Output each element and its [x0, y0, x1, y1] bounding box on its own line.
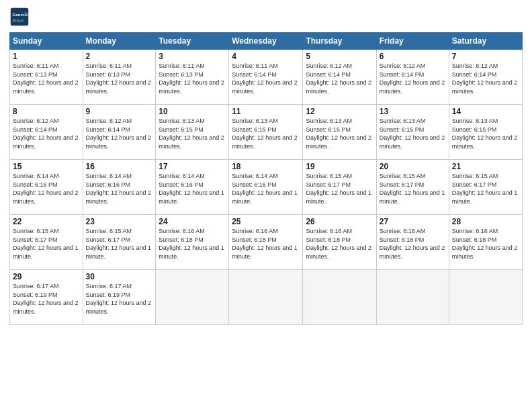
empty-cell — [303, 270, 376, 325]
calendar-week-row: 1 Sunrise: 6:11 AMSunset: 6:13 PMDayligh… — [10, 50, 523, 105]
header: General Blue — [9, 7, 523, 27]
cell-info: Sunrise: 6:12 AMSunset: 6:14 PMDaylight:… — [306, 62, 371, 95]
day-number: 19 — [306, 162, 373, 171]
cell-info: Sunrise: 6:12 AMSunset: 6:14 PMDaylight:… — [86, 118, 152, 150]
cell-info: Sunrise: 6:14 AMSunset: 6:16 PMDaylight:… — [159, 173, 224, 205]
cell-info: Sunrise: 6:14 AMSunset: 6:16 PMDaylight:… — [86, 173, 152, 205]
col-thursday: Thursday — [303, 33, 376, 50]
calendar-header-row: Sunday Monday Tuesday Wednesday Thursday… — [10, 33, 523, 50]
calendar-week-row: 29 Sunrise: 6:17 AMSunset: 6:19 PMDaylig… — [10, 270, 523, 325]
table-row: 24 Sunrise: 6:16 AMSunset: 6:18 PMDaylig… — [156, 215, 229, 270]
cell-info: Sunrise: 6:14 AMSunset: 6:16 PMDaylight:… — [232, 173, 298, 205]
col-saturday: Saturday — [449, 33, 522, 50]
day-number: 21 — [452, 162, 519, 171]
cell-info: Sunrise: 6:15 AMSunset: 6:17 PMDaylight:… — [86, 228, 152, 260]
cell-info: Sunrise: 6:15 AMSunset: 6:17 PMDaylight:… — [13, 228, 79, 260]
logo: General Blue — [9, 7, 30, 27]
calendar-week-row: 15 Sunrise: 6:14 AMSunset: 6:16 PMDaylig… — [10, 160, 523, 215]
col-sunday: Sunday — [10, 33, 83, 50]
cell-info: Sunrise: 6:14 AMSunset: 6:16 PMDaylight:… — [13, 173, 79, 205]
day-number: 11 — [232, 107, 300, 116]
table-row: 5 Sunrise: 6:12 AMSunset: 6:14 PMDayligh… — [303, 50, 376, 105]
day-number: 16 — [86, 162, 153, 171]
table-row: 13 Sunrise: 6:13 AMSunset: 6:15 PMDaylig… — [376, 105, 449, 160]
day-number: 7 — [452, 52, 519, 61]
table-row: 19 Sunrise: 6:15 AMSunset: 6:17 PMDaylig… — [303, 160, 376, 215]
calendar-week-row: 22 Sunrise: 6:15 AMSunset: 6:17 PMDaylig… — [10, 215, 523, 270]
cell-info: Sunrise: 6:16 AMSunset: 6:18 PMDaylight:… — [452, 228, 518, 260]
cell-info: Sunrise: 6:13 AMSunset: 6:15 PMDaylight:… — [452, 118, 518, 150]
table-row: 23 Sunrise: 6:15 AMSunset: 6:17 PMDaylig… — [83, 215, 156, 270]
table-row: 8 Sunrise: 6:12 AMSunset: 6:14 PMDayligh… — [10, 105, 83, 160]
table-row: 6 Sunrise: 6:12 AMSunset: 6:14 PMDayligh… — [376, 50, 449, 105]
col-tuesday: Tuesday — [156, 33, 229, 50]
day-number: 17 — [159, 162, 226, 171]
day-number: 24 — [159, 217, 226, 226]
table-row: 21 Sunrise: 6:15 AMSunset: 6:17 PMDaylig… — [449, 160, 522, 215]
table-row: 26 Sunrise: 6:16 AMSunset: 6:18 PMDaylig… — [303, 215, 376, 270]
cell-info: Sunrise: 6:11 AMSunset: 6:14 PMDaylight:… — [232, 62, 298, 95]
cell-info: Sunrise: 6:12 AMSunset: 6:14 PMDaylight:… — [13, 118, 79, 150]
cell-info: Sunrise: 6:17 AMSunset: 6:19 PMDaylight:… — [86, 283, 152, 315]
cell-info: Sunrise: 6:15 AMSunset: 6:17 PMDaylight:… — [380, 173, 445, 205]
day-number: 12 — [306, 107, 373, 116]
day-number: 5 — [306, 52, 373, 61]
day-number: 9 — [86, 107, 153, 116]
day-number: 1 — [13, 52, 80, 61]
table-row: 25 Sunrise: 6:16 AMSunset: 6:18 PMDaylig… — [229, 215, 303, 270]
table-row: 2 Sunrise: 6:11 AMSunset: 6:13 PMDayligh… — [83, 50, 156, 105]
table-row: 14 Sunrise: 6:13 AMSunset: 6:15 PMDaylig… — [449, 105, 522, 160]
table-row: 10 Sunrise: 6:13 AMSunset: 6:15 PMDaylig… — [156, 105, 229, 160]
day-number: 30 — [86, 272, 153, 281]
cell-info: Sunrise: 6:16 AMSunset: 6:18 PMDaylight:… — [232, 228, 298, 260]
cell-info: Sunrise: 6:17 AMSunset: 6:19 PMDaylight:… — [13, 283, 79, 315]
table-row: 7 Sunrise: 6:12 AMSunset: 6:14 PMDayligh… — [449, 50, 522, 105]
cell-info: Sunrise: 6:13 AMSunset: 6:15 PMDaylight:… — [159, 118, 224, 150]
col-friday: Friday — [376, 33, 449, 50]
table-row: 27 Sunrise: 6:16 AMSunset: 6:18 PMDaylig… — [376, 215, 449, 270]
logo-icon: General Blue — [9, 7, 30, 27]
day-number: 26 — [306, 217, 373, 226]
cell-info: Sunrise: 6:13 AMSunset: 6:15 PMDaylight:… — [232, 118, 298, 150]
table-row: 18 Sunrise: 6:14 AMSunset: 6:16 PMDaylig… — [229, 160, 303, 215]
day-number: 10 — [159, 107, 226, 116]
col-wednesday: Wednesday — [229, 33, 303, 50]
day-number: 3 — [159, 52, 226, 61]
table-row: 29 Sunrise: 6:17 AMSunset: 6:19 PMDaylig… — [10, 270, 83, 325]
table-row: 3 Sunrise: 6:11 AMSunset: 6:13 PMDayligh… — [156, 50, 229, 105]
svg-text:Blue: Blue — [12, 17, 24, 24]
cell-info: Sunrise: 6:11 AMSunset: 6:13 PMDaylight:… — [86, 62, 152, 95]
cell-info: Sunrise: 6:11 AMSunset: 6:13 PMDaylight:… — [13, 62, 79, 95]
cell-info: Sunrise: 6:15 AMSunset: 6:17 PMDaylight:… — [306, 173, 371, 205]
cell-info: Sunrise: 6:11 AMSunset: 6:13 PMDaylight:… — [159, 62, 224, 95]
cell-info: Sunrise: 6:15 AMSunset: 6:17 PMDaylight:… — [452, 173, 518, 205]
day-number: 18 — [232, 162, 300, 171]
table-row: 16 Sunrise: 6:14 AMSunset: 6:16 PMDaylig… — [83, 160, 156, 215]
day-number: 25 — [232, 217, 300, 226]
day-number: 20 — [380, 162, 446, 171]
day-number: 14 — [452, 107, 519, 116]
day-number: 27 — [380, 217, 446, 226]
cell-info: Sunrise: 6:12 AMSunset: 6:14 PMDaylight:… — [452, 62, 518, 95]
day-number: 2 — [86, 52, 153, 61]
cell-info: Sunrise: 6:16 AMSunset: 6:18 PMDaylight:… — [306, 228, 371, 260]
col-monday: Monday — [83, 33, 156, 50]
cell-info: Sunrise: 6:12 AMSunset: 6:14 PMDaylight:… — [380, 62, 445, 95]
table-row: 17 Sunrise: 6:14 AMSunset: 6:16 PMDaylig… — [156, 160, 229, 215]
day-number: 22 — [13, 217, 80, 226]
day-number: 28 — [452, 217, 519, 226]
table-row: 12 Sunrise: 6:13 AMSunset: 6:15 PMDaylig… — [303, 105, 376, 160]
cell-info: Sunrise: 6:16 AMSunset: 6:18 PMDaylight:… — [380, 228, 445, 260]
empty-cell — [449, 270, 522, 325]
day-number: 23 — [86, 217, 153, 226]
table-row: 30 Sunrise: 6:17 AMSunset: 6:19 PMDaylig… — [83, 270, 156, 325]
table-row: 9 Sunrise: 6:12 AMSunset: 6:14 PMDayligh… — [83, 105, 156, 160]
table-row: 4 Sunrise: 6:11 AMSunset: 6:14 PMDayligh… — [229, 50, 303, 105]
cell-info: Sunrise: 6:16 AMSunset: 6:18 PMDaylight:… — [159, 228, 224, 260]
empty-cell — [376, 270, 449, 325]
cell-info: Sunrise: 6:13 AMSunset: 6:15 PMDaylight:… — [380, 118, 445, 150]
page: General Blue Sunday Monday Tuesday Wedne… — [0, 0, 532, 411]
table-row: 1 Sunrise: 6:11 AMSunset: 6:13 PMDayligh… — [10, 50, 83, 105]
day-number: 6 — [380, 52, 446, 61]
table-row: 15 Sunrise: 6:14 AMSunset: 6:16 PMDaylig… — [10, 160, 83, 215]
